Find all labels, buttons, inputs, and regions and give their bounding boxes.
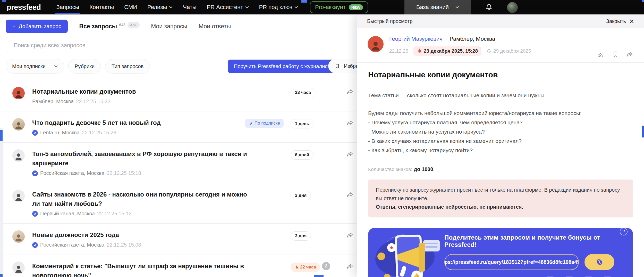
- top-nav: pressfeed Запросы Контакты СМИ Релизы Ча…: [0, 0, 644, 14]
- request-title[interactable]: Комментарий к статье: "Выпишут ли штраф …: [32, 262, 252, 277]
- pro-account-button[interactable]: Pro-аккаунт NEW: [310, 1, 368, 13]
- author-avatar[interactable]: [368, 36, 384, 52]
- share-icon[interactable]: [346, 150, 354, 158]
- close-button[interactable]: Закрыть ✕: [606, 18, 634, 25]
- notice-text: Переписку по запросу журналист просит ве…: [376, 186, 625, 203]
- telegram-icon[interactable]: [543, 276, 557, 277]
- journalist-avatar: [12, 262, 25, 274]
- scrollbar-thumb[interactable]: [642, 126, 644, 137]
- journalist-avatar: [12, 230, 25, 243]
- separator: ·: [445, 36, 447, 42]
- edge-marker: [314, 275, 324, 277]
- nav-item-pr-assistant[interactable]: PR Ассистент: [207, 4, 249, 11]
- request-source: Lenta.ru, Москва: [40, 130, 80, 136]
- chevron-down-icon: [294, 5, 298, 9]
- pro-account-label: Pro-аккаунт: [315, 4, 346, 11]
- share-url-field[interactable]: https://pressfeed.ru/query/183512?pfref=…: [444, 254, 579, 270]
- nav-item-chats[interactable]: Чаты: [183, 4, 196, 11]
- char-limit-value: до 1000: [414, 166, 433, 172]
- nav-menu: Запросы Контакты СМИ Релизы Чаты PR Асси…: [56, 4, 298, 11]
- pressfeed-logo[interactable]: pressfeed: [7, 3, 41, 12]
- platform-notice: Переписку по запросу журналист просит ве…: [368, 180, 633, 217]
- valid-until: 29 декабря 2025: [487, 48, 531, 54]
- divider: [50, 62, 50, 70]
- filter-my-subscriptions[interactable]: Мои подписки: [6, 59, 64, 74]
- quick-view-header: Быстрый просмотр Закрыть ✕: [357, 14, 644, 28]
- knowledge-base-dropdown[interactable]: База знаний: [404, 0, 471, 14]
- star-icon: ★: [387, 243, 396, 252]
- edge-marker: [0, 274, 3, 277]
- bookmark-icon[interactable]: [612, 51, 619, 58]
- assign-pressfeed-button[interactable]: Поручить Pressfeed работу с журналистами: [228, 60, 345, 73]
- social-share-row: Или отправьте запрос сразу в социальную …: [444, 276, 614, 277]
- close-icon: ✕: [629, 18, 634, 25]
- char-limit: Количество знаков:до 1000: [368, 166, 633, 172]
- tab-my-requests[interactable]: Мои запросы: [151, 23, 187, 30]
- request-time: 22.12.25 15:18: [107, 170, 141, 176]
- verified-check-icon: [32, 242, 38, 248]
- notifications-bell-icon[interactable]: [485, 3, 493, 11]
- quick-view-title: Быстрый просмотр: [367, 18, 413, 24]
- request-paragraph: Тема статьи — сколько стоят нотариальные…: [368, 91, 633, 100]
- request-source: Рамблер, Москва: [32, 99, 74, 104]
- subscription-bell-icon: [249, 121, 253, 125]
- promo-heading: Поделитесь этим запросом и получите бону…: [444, 234, 625, 248]
- share-icon[interactable]: [346, 263, 354, 270]
- author-name-line: Георгий Мазуркевич · Рамблер, Москва: [389, 36, 634, 42]
- nav-item-requests[interactable]: Запросы: [56, 4, 79, 11]
- author-name-link[interactable]: Георгий Мазуркевич: [389, 36, 443, 42]
- request-title[interactable]: Новые должности 2025 года: [32, 230, 252, 240]
- responses-count-badge: 2: [322, 262, 330, 270]
- subscription-badge: По подписке: [245, 119, 284, 128]
- tab-all-requests[interactable]: Все запросы 643 451: [79, 23, 140, 30]
- request-title: Нотариальные копии документов: [368, 70, 633, 79]
- edge-marker: [642, 0, 644, 2]
- user-avatar[interactable]: [507, 2, 518, 13]
- flame-icon: [417, 48, 422, 54]
- nav-item-smi[interactable]: СМИ: [124, 4, 137, 11]
- publish-date: 22.12.25: [389, 48, 408, 54]
- request-intro: Будем рады получить небольшой комментари…: [368, 109, 633, 118]
- request-time: 22.12.25 15:12: [97, 211, 131, 217]
- share-icon[interactable]: [346, 231, 354, 239]
- request-title[interactable]: Сайты знакомств в 2026 - насколько они п…: [32, 190, 252, 208]
- vk-icon[interactable]: VK: [581, 276, 595, 277]
- copy-link-button[interactable]: [584, 254, 614, 270]
- share-icon[interactable]: [346, 88, 354, 96]
- request-title[interactable]: Нотариальные копии документов: [32, 87, 252, 96]
- bookmark-icon: [335, 63, 340, 69]
- megaphone-illustration: ★ 👍: [373, 230, 442, 277]
- filter-rubrics[interactable]: Рубрики: [68, 59, 101, 74]
- chevron-down-icon: [455, 5, 459, 9]
- request-question: - Почему услуга нотариуса платная, чем о…: [368, 118, 633, 127]
- journalist-avatar: [12, 118, 25, 131]
- share-icon[interactable]: [626, 51, 634, 58]
- whatsapp-icon[interactable]: [562, 276, 576, 277]
- clock-icon: [487, 48, 491, 54]
- nav-item-contacts[interactable]: Контакты: [89, 4, 114, 11]
- edge-marker: [301, 0, 307, 3]
- share-icon[interactable]: [346, 191, 354, 199]
- time-left-badge-urgent: 22 часа: [291, 263, 320, 272]
- filter-request-types[interactable]: Тип запросов: [105, 59, 150, 74]
- nav-item-pr-turnkey[interactable]: PR под ключ: [259, 4, 298, 11]
- nav-item-releases[interactable]: Релизы: [147, 4, 173, 11]
- plus-icon: +: [12, 23, 15, 29]
- share-icon[interactable]: [346, 119, 354, 127]
- request-title[interactable]: Что подарить девочке 5 лет на новый год: [32, 118, 252, 127]
- add-request-button[interactable]: + Добавить запрос: [6, 20, 68, 33]
- quick-view-panel: Быстрый просмотр Закрыть ✕ Георгий Мазур…: [357, 14, 644, 277]
- window-edge-strip: [0, 128, 3, 277]
- tab-my-answers[interactable]: Мои ответы: [199, 23, 231, 30]
- pressfeed-app: pressfeed Запросы Контакты СМИ Релизы Ча…: [0, 0, 644, 277]
- odnoklassniki-icon[interactable]: [600, 276, 614, 277]
- author-source: Рамблер, Москва: [450, 36, 495, 42]
- rss-subscribe-icon[interactable]: [597, 51, 605, 58]
- time-left-badge: 23 часа: [291, 88, 315, 97]
- request-title[interactable]: Топ-5 автомобилей, завоевавших в РФ хоро…: [32, 149, 252, 168]
- time-left-badge: 2 дня: [291, 191, 311, 200]
- share-url-row: https://pressfeed.ru/query/183512?pfref=…: [444, 254, 614, 270]
- verified-check-icon: [32, 130, 38, 136]
- request-question: - В каких случаях нотариальная копия не …: [368, 136, 633, 146]
- new-requests-count-badge: 451: [128, 22, 140, 28]
